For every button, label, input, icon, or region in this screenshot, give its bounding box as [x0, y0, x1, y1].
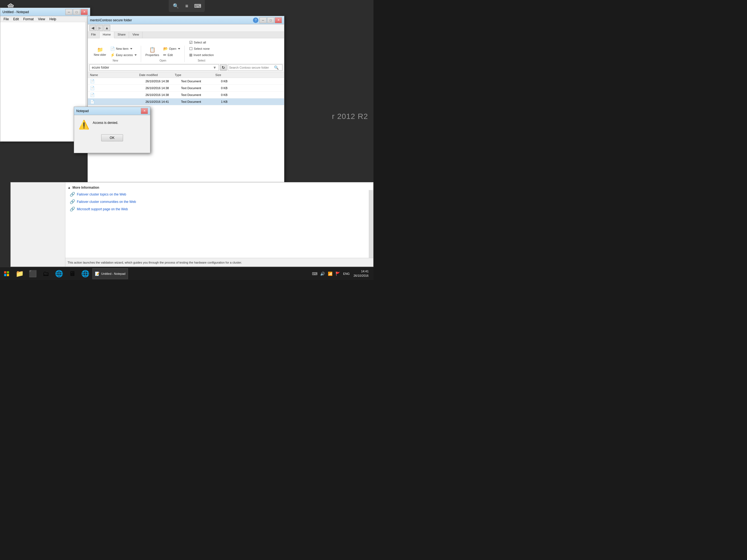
- flag-tray-icon[interactable]: 🚩: [334, 267, 341, 280]
- more-info-link-1[interactable]: 🔗 Failover cluster topics on the Web: [68, 190, 371, 198]
- select-none-button[interactable]: ☐ Select none: [187, 46, 216, 52]
- table-row[interactable]: 📄 26/10/2016 14:38 Text Document 0 KB: [88, 92, 284, 98]
- show-desktop-button[interactable]: [371, 267, 372, 280]
- server-status-text: This action launches the validation wiza…: [68, 261, 242, 264]
- ribbon-tab-view[interactable]: View: [129, 32, 143, 38]
- search-input[interactable]: [229, 66, 273, 69]
- more-info-link-2[interactable]: 🔗 Failover cluster communities on the We…: [68, 198, 371, 205]
- notepad-close-button[interactable]: ✕: [81, 9, 88, 15]
- open-button[interactable]: 📂 Open: [161, 46, 182, 52]
- file-date: 26/10/2016 14:38: [146, 80, 181, 83]
- explorer-titlebar[interactable]: ments\Contoso secure folder ? ─ □ ✕: [88, 16, 284, 24]
- ribbon-group-open: 📋 Properties 📂 Open ✏ Edit: [141, 46, 185, 62]
- col-header-date[interactable]: Date modified: [139, 73, 175, 77]
- up-button[interactable]: ▲: [104, 25, 110, 31]
- col-header-size[interactable]: Size: [205, 73, 221, 77]
- file-icon: 📄: [90, 79, 95, 83]
- easy-access-button[interactable]: ⚡ Easy access: [108, 52, 138, 58]
- notepad-menu-view[interactable]: View: [36, 17, 47, 22]
- start-button[interactable]: [0, 267, 13, 280]
- taskbar-notepad-button[interactable]: 📝 Untitled - Notepad: [93, 268, 128, 279]
- explorer-close-button[interactable]: ✕: [275, 17, 282, 23]
- invert-selection-button[interactable]: ⊞ Invert selection: [187, 52, 216, 58]
- address-breadcrumb[interactable]: ecure folder ▼: [89, 64, 219, 71]
- server-manager-icon: 🖥: [68, 270, 76, 278]
- keyboard-tray-icon[interactable]: ⌨: [311, 267, 318, 280]
- dialog-titlebar[interactable]: Notepad ✕: [74, 107, 150, 115]
- zoom-button[interactable]: 🔍: [171, 1, 181, 11]
- notepad-error-dialog[interactable]: Notepad ✕ ⚠️ Access is denied. OK: [74, 107, 150, 153]
- new-folder-button[interactable]: 📁 New older: [92, 46, 108, 58]
- properties-button[interactable]: 📋 Properties: [144, 46, 161, 58]
- link-text-1: Failover cluster topics on the Web: [77, 193, 126, 196]
- explorer-maximize-button[interactable]: □: [267, 17, 274, 23]
- notepad-titlebar[interactable]: Untitled - Notepad ─ □ ✕: [0, 8, 90, 16]
- network-tray-icon[interactable]: 📶: [326, 267, 334, 280]
- explorer-help-button[interactable]: ?: [253, 18, 258, 23]
- notepad-menu-edit[interactable]: Edit: [11, 17, 21, 22]
- language-indicator[interactable]: ENG: [341, 272, 351, 275]
- more-info-section: ▲ More Information 🔗 Failover cluster to…: [66, 182, 373, 215]
- explorer-nav-row: ◀ ▶ ▲: [88, 24, 284, 32]
- dialog-content: ⚠️ Access is denied.: [74, 115, 150, 132]
- open-caret: [178, 48, 180, 50]
- taskbar-file-explorer-icon[interactable]: 📁: [13, 267, 26, 280]
- taskbar-clock[interactable]: 14:41 26/10/2016: [351, 269, 371, 278]
- properties-icon: 📋: [149, 47, 155, 53]
- more-info-title: More Information: [73, 186, 99, 189]
- back-button[interactable]: ◀: [89, 25, 96, 31]
- taskbar-chrome-icon[interactable]: 🌐: [52, 267, 66, 280]
- file-icon: 📄: [90, 100, 95, 104]
- notepad-menu-format[interactable]: Format: [21, 17, 36, 22]
- ribbon-select-buttons: ☑ Select all ☐ Select none ⊞ Invert sele…: [187, 40, 216, 58]
- edit-icon: ✏: [163, 53, 166, 57]
- dialog-close-button[interactable]: ✕: [141, 108, 148, 114]
- forward-button[interactable]: ▶: [97, 25, 103, 31]
- taskbar-server-manager-icon[interactable]: 🖥: [66, 267, 79, 280]
- server-panel-scrollbar[interactable]: [369, 190, 373, 258]
- remote-toolbar: 🔍 ≡ ⌨: [169, 0, 205, 12]
- svg-rect-0: [4, 271, 6, 274]
- ribbon-content: 📁 New older 📄 New item ⚡ Easy access: [88, 38, 284, 63]
- file-explorer-icon: 📁: [16, 270, 24, 278]
- table-row[interactable]: 📄 26/10/2016 14:41 Text Document 1 KB: [88, 98, 284, 105]
- more-info-collapse-icon[interactable]: ▲: [68, 186, 71, 189]
- dialog-ok-button[interactable]: OK: [101, 134, 123, 142]
- taskbar-powershell-icon[interactable]: ⬛: [26, 267, 40, 280]
- notepad-maximize-button[interactable]: □: [73, 9, 80, 15]
- search-box[interactable]: 🔍: [228, 64, 282, 71]
- file-type: Text Document: [181, 86, 211, 90]
- col-header-name[interactable]: Name: [90, 73, 139, 77]
- file-size: 1 KB: [211, 100, 228, 103]
- volume-tray-icon[interactable]: 🔊: [318, 267, 326, 280]
- taskbar-folder-icon[interactable]: 🗂: [40, 267, 52, 280]
- explorer-minimize-button[interactable]: ─: [259, 17, 266, 23]
- menu-button[interactable]: ≡: [182, 1, 192, 11]
- file-type: Text Document: [181, 100, 211, 103]
- ribbon-tab-share[interactable]: Share: [114, 32, 129, 38]
- table-row[interactable]: 📄 26/10/2016 14:38 Text Document 0 KB: [88, 85, 284, 92]
- new-folder-icon: 📁: [97, 47, 103, 53]
- ribbon-tab-home[interactable]: Home: [100, 32, 114, 38]
- col-header-type[interactable]: Type: [175, 73, 205, 77]
- notepad-minimize-button[interactable]: ─: [66, 9, 73, 15]
- search-icon[interactable]: 🔍: [274, 65, 279, 70]
- dialog-buttons: OK: [74, 132, 150, 144]
- file-date: 26/10/2016 14:38: [146, 93, 181, 97]
- notepad-menu-file[interactable]: File: [1, 17, 11, 22]
- ribbon-tab-file[interactable]: File: [88, 32, 100, 38]
- notepad-menu-help[interactable]: Help: [47, 17, 58, 22]
- system-tray: ⌨ 🔊 📶 🚩: [311, 267, 341, 280]
- table-row[interactable]: 📄 26/10/2016 14:38 Text Document 0 KB: [88, 78, 284, 85]
- file-icon: 📄: [90, 86, 95, 90]
- more-info-link-3[interactable]: 🔗 Microsoft support page on the Web: [68, 205, 371, 213]
- edit-button[interactable]: ✏ Edit: [161, 52, 182, 58]
- address-dropdown-icon[interactable]: ▼: [213, 65, 216, 70]
- file-date: 26/10/2016 14:38: [146, 86, 181, 90]
- taskbar-network-icon[interactable]: 🌐: [79, 267, 92, 280]
- select-all-button[interactable]: ☑ Select all: [187, 40, 216, 45]
- refresh-button[interactable]: ↻: [220, 64, 227, 71]
- keyboard-button[interactable]: ⌨: [193, 1, 203, 11]
- select-all-icon: ☑: [189, 40, 193, 45]
- new-item-button[interactable]: 📄 New item: [108, 46, 138, 52]
